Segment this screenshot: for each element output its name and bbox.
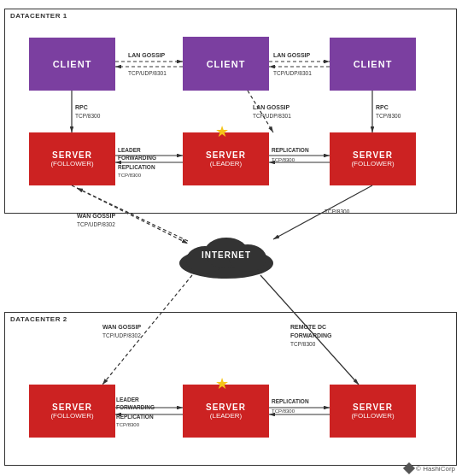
server1-box: SERVER (FOLLOWER): [29, 132, 115, 185]
svg-text:TCP/UDP/8302: TCP/UDP/8302: [77, 221, 115, 227]
client2-box: CLIENT: [183, 37, 269, 91]
hashicorp-text: © HashiCorp: [416, 465, 455, 473]
internet-label: INTERNET: [202, 250, 251, 260]
datacenter1-label: DATACENTER 1: [10, 12, 67, 20]
datacenter2-label: DATACENTER 2: [10, 315, 67, 323]
server4-box: SERVER (FOLLOWER): [29, 385, 115, 438]
server6-box: SERVER (FOLLOWER): [330, 385, 416, 438]
svg-text:WAN GOSSIP: WAN GOSSIP: [77, 213, 115, 219]
hashicorp-diamond-icon: [403, 462, 415, 474]
server3-box: SERVER (FOLLOWER): [330, 132, 416, 185]
leader-star-dc1: ★: [215, 122, 229, 141]
internet-cloud: INTERNET: [175, 229, 278, 280]
client3-box: CLIENT: [330, 38, 416, 91]
hashicorp-logo: © HashiCorp: [405, 464, 455, 473]
leader-star-dc2: ★: [215, 374, 229, 393]
client1-box: CLIENT: [29, 38, 115, 91]
